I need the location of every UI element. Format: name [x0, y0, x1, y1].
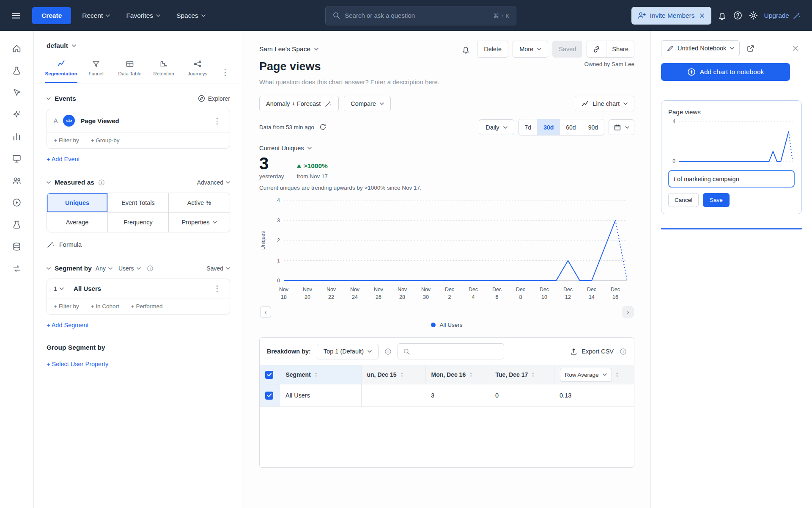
- collapse-measured-icon[interactable]: [47, 181, 51, 184]
- segment-index-dropdown[interactable]: 1: [54, 285, 64, 292]
- invite-members-button[interactable]: Invite Members: [631, 7, 711, 25]
- row-checkbox[interactable]: [265, 392, 273, 400]
- notebook-note-input[interactable]: [668, 170, 795, 188]
- search-input[interactable]: [345, 12, 489, 19]
- refresh-icon[interactable]: [318, 123, 327, 132]
- favorites-menu[interactable]: Favorites: [121, 7, 165, 24]
- collapse-segment-icon[interactable]: [47, 267, 51, 270]
- more-tabs-icon[interactable]: ⋮: [219, 68, 232, 83]
- tab-funnel[interactable]: Funnel: [81, 57, 111, 83]
- breakdown-search-input[interactable]: [414, 348, 499, 355]
- select-all-checkbox[interactable]: [265, 371, 273, 379]
- ai-sparkle-icon[interactable]: [12, 110, 22, 119]
- lab-beaker-icon[interactable]: [12, 220, 22, 229]
- segment-users-dropdown[interactable]: Users: [118, 265, 141, 272]
- workspace-selector[interactable]: default: [47, 42, 230, 50]
- event-options-icon[interactable]: ⋮: [211, 117, 223, 125]
- sort-icon[interactable]: [615, 372, 619, 378]
- range-7d[interactable]: 7d: [519, 119, 538, 135]
- data-flow-icon[interactable]: [12, 264, 22, 273]
- page-title[interactable]: Page views: [259, 60, 321, 73]
- cell-segment[interactable]: All Users: [280, 384, 361, 407]
- segment-in-cohort-button[interactable]: + In Cohort: [91, 303, 119, 309]
- delete-button[interactable]: Delete: [477, 41, 508, 58]
- settings-gear-icon[interactable]: [749, 11, 758, 20]
- anomaly-forecast-button[interactable]: Anomaly + Forecast: [259, 96, 339, 111]
- export-csv-button[interactable]: Export CSV: [570, 348, 614, 356]
- explorer-button[interactable]: Explorer: [198, 94, 230, 102]
- table-info-icon[interactable]: [620, 348, 627, 355]
- spaces-menu[interactable]: Spaces: [171, 7, 211, 24]
- measure-active-pct[interactable]: Active %: [169, 193, 230, 213]
- add-chart-to-notebook-button[interactable]: Add chart to notebook: [661, 63, 790, 81]
- measured-info-icon[interactable]: [98, 179, 105, 186]
- segment-performed-button[interactable]: + Performed: [131, 303, 163, 309]
- dashboards-icon[interactable]: [12, 154, 22, 163]
- chart-alerts-bell-icon[interactable]: [459, 42, 473, 56]
- add-segment-button[interactable]: + Add Segment: [47, 322, 89, 329]
- measure-uniques[interactable]: Uniques: [47, 193, 108, 213]
- measure-properties[interactable]: Properties: [169, 213, 230, 232]
- audiences-icon[interactable]: [12, 176, 22, 185]
- saved-segments-dropdown[interactable]: Saved: [206, 265, 230, 272]
- sort-icon[interactable]: [531, 372, 535, 378]
- tab-retention[interactable]: Retention: [148, 57, 179, 83]
- space-selector[interactable]: Sam Lee's Space: [259, 45, 318, 53]
- data-icon[interactable]: [12, 242, 22, 251]
- select-user-property-button[interactable]: + Select User Property: [47, 361, 108, 367]
- session-replay-cursor-icon[interactable]: [12, 88, 22, 97]
- segment-name[interactable]: All Users: [74, 285, 101, 292]
- event-filter-by-button[interactable]: + Filter by: [54, 137, 79, 144]
- breakdown-info-icon[interactable]: [384, 348, 392, 355]
- segment-any-dropdown[interactable]: Any: [96, 265, 112, 272]
- save-button[interactable]: Save: [703, 193, 730, 207]
- sort-icon[interactable]: [469, 372, 473, 378]
- measure-average[interactable]: Average: [47, 213, 108, 232]
- segment-options-icon[interactable]: ⋮: [211, 284, 223, 293]
- activation-play-icon[interactable]: [12, 198, 22, 207]
- measure-frequency[interactable]: Frequency: [108, 213, 169, 232]
- open-notebook-icon[interactable]: [744, 42, 757, 55]
- compare-button[interactable]: Compare: [344, 96, 391, 111]
- sort-icon[interactable]: [400, 372, 404, 378]
- range-60d[interactable]: 60d: [560, 119, 582, 135]
- col-dec16[interactable]: Mon, Dec 16: [431, 371, 466, 378]
- notebook-selector[interactable]: Untitled Notebook: [661, 40, 740, 56]
- recent-menu[interactable]: Recent: [77, 7, 115, 24]
- segment-info-icon[interactable]: [147, 265, 154, 272]
- metric-selector[interactable]: Current Uniques: [259, 145, 634, 152]
- tab-journeys[interactable]: Journeys: [182, 57, 213, 83]
- tab-data-table[interactable]: Data Table: [115, 57, 145, 83]
- col-dec15[interactable]: un, Dec 15: [367, 371, 397, 378]
- help-icon[interactable]: [733, 11, 743, 20]
- global-search[interactable]: ⌘ + K: [325, 6, 516, 25]
- collapse-events-icon[interactable]: [47, 97, 51, 100]
- charts-icon[interactable]: [12, 132, 22, 141]
- segment-filter-by-button[interactable]: + Filter by: [54, 303, 79, 309]
- notifications-bell-icon[interactable]: [717, 11, 727, 20]
- chart-scroll-left-icon[interactable]: ‹: [260, 306, 271, 318]
- more-button[interactable]: More: [513, 41, 548, 58]
- home-icon[interactable]: [12, 44, 22, 53]
- sort-icon[interactable]: [314, 372, 318, 378]
- cancel-button[interactable]: Cancel: [668, 193, 699, 207]
- range-90d[interactable]: 90d: [582, 119, 604, 135]
- create-button[interactable]: Create: [32, 7, 71, 24]
- formula-button[interactable]: Formula: [47, 240, 230, 248]
- row-average-dropdown[interactable]: Row Average: [560, 368, 612, 382]
- chart-type-dropdown[interactable]: Line chart: [575, 96, 634, 111]
- chart-legend[interactable]: All Users: [259, 322, 634, 328]
- experiments-icon[interactable]: [12, 66, 22, 75]
- dismiss-invite-icon[interactable]: [699, 12, 705, 19]
- event-group-by-button[interactable]: + Group-by: [91, 137, 120, 144]
- chart-scroll-right-icon[interactable]: ›: [623, 306, 634, 318]
- tab-segmentation[interactable]: Segmentation: [45, 57, 77, 83]
- close-panel-icon[interactable]: [789, 42, 802, 55]
- chart-description-placeholder[interactable]: What question does this chart answer? En…: [259, 78, 634, 86]
- col-dec17[interactable]: Tue, Dec 17: [496, 371, 528, 378]
- advanced-dropdown[interactable]: Advanced: [197, 179, 230, 186]
- granularity-dropdown[interactable]: Daily: [479, 119, 514, 135]
- copy-link-icon[interactable]: [587, 41, 606, 57]
- add-event-button[interactable]: + Add Event: [47, 156, 80, 163]
- col-segment[interactable]: Segment: [286, 371, 311, 378]
